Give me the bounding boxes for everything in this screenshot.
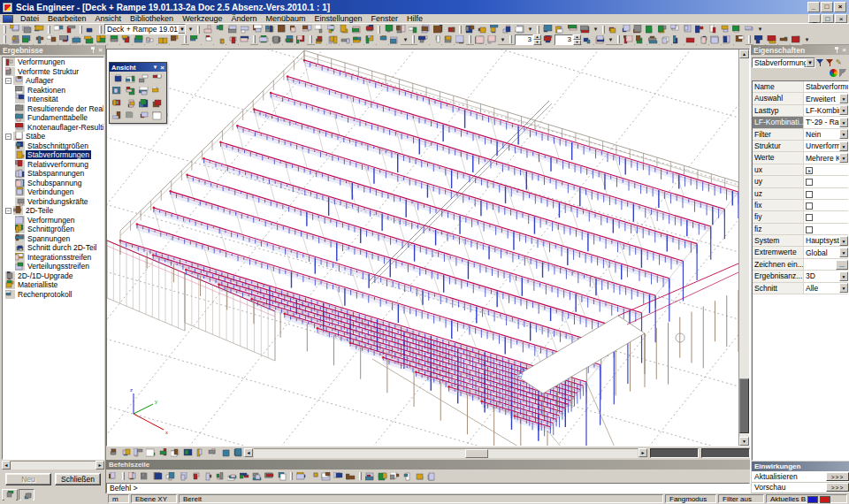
view-tool-icon[interactable] (150, 85, 164, 97)
toolbar-icon[interactable] (339, 24, 350, 34)
tree-item-icon[interactable] (5, 57, 15, 66)
tree-item[interactable]: Verformungen (3, 216, 103, 225)
chevron-down-icon[interactable]: ▼ (607, 34, 615, 45)
toolbar-icon[interactable] (108, 447, 119, 458)
chevron-down-icon[interactable]: ▼ (592, 24, 600, 34)
checkbox[interactable]: × (806, 167, 813, 174)
menu-bearbeiten[interactable]: Bearbeiten (43, 14, 91, 23)
view-tool-icon[interactable] (124, 73, 137, 85)
toolbar-grip[interactable] (122, 472, 125, 480)
tree-item-icon[interactable] (15, 262, 25, 271)
current-layer[interactable]: Aktuelles B (766, 494, 847, 503)
toolbar-grip[interactable] (537, 26, 539, 34)
tree-item-icon[interactable] (15, 169, 25, 178)
tree-item[interactable]: Verbindungskräfte (3, 197, 103, 207)
chevron-down-icon[interactable]: ▼ (806, 58, 815, 67)
filter-mode[interactable]: Filter aus (718, 494, 764, 503)
close-icon[interactable]: × (160, 64, 164, 72)
view-tool-icon[interactable] (150, 110, 164, 122)
tree-item-icon[interactable] (15, 187, 25, 196)
toolbar-icon[interactable] (623, 34, 634, 45)
toolbar-icon[interactable] (363, 24, 375, 34)
property-row[interactable]: LF-Kombinati...T'-29 - Rampe+D▼ (753, 117, 848, 128)
toolbar-icon[interactable] (157, 34, 169, 45)
project-combo[interactable]: Deck + Rampe 19.01▼ (104, 24, 186, 34)
toolbar-icon[interactable] (719, 24, 730, 34)
expand-button[interactable]: >>> (826, 483, 849, 492)
toolbar-grip[interactable] (359, 472, 362, 480)
toolbar-icon[interactable] (157, 447, 169, 458)
chevron-down-icon[interactable]: ▼ (839, 271, 848, 281)
toolbar-icon[interactable] (635, 34, 646, 45)
tree-item[interactable]: Relativverformung (3, 160, 103, 170)
toolbar-icon[interactable] (170, 34, 181, 45)
view-tool-icon[interactable] (137, 73, 150, 85)
checkbox[interactable] (806, 191, 813, 198)
toolbar-icon[interactable] (685, 34, 696, 45)
toolbar-icon[interactable] (645, 24, 656, 34)
toolbar-icon[interactable] (214, 471, 226, 482)
toolbar-icon[interactable] (474, 34, 486, 45)
edit-icon[interactable]: ✎ (836, 58, 842, 66)
toolbar-icon[interactable] (477, 24, 488, 34)
toolbar-icon[interactable] (377, 471, 388, 482)
toolbar-icon[interactable] (364, 34, 376, 45)
chevron-down-icon[interactable]: ▼ (839, 248, 848, 257)
tree-item-icon[interactable] (13, 206, 23, 215)
property-row[interactable]: LasttypLF-Kombinatione▼ (753, 105, 848, 117)
toolbar-icon[interactable] (71, 34, 82, 45)
toolbar-icon[interactable] (46, 34, 57, 45)
filter-clear-icon[interactable] (826, 58, 835, 67)
toolbar-icon[interactable] (58, 34, 70, 45)
toolbar-icon[interactable] (501, 24, 513, 34)
hscroll-thumb[interactable] (465, 449, 488, 458)
toolbar-grip[interactable] (509, 35, 512, 43)
toolbar-icon[interactable] (514, 24, 525, 34)
tree-item[interactable]: Spannungen (3, 234, 103, 244)
toolbar-icon[interactable] (555, 24, 566, 34)
toolbar-icon[interactable] (351, 24, 363, 34)
toolbar-icon[interactable] (264, 24, 276, 34)
mdi-minimize-button[interactable]: _ (808, 14, 821, 23)
toolbar-icon[interactable] (694, 24, 706, 34)
toolbar-icon[interactable] (219, 447, 231, 458)
chevron-down-icon[interactable]: ▼ (756, 24, 764, 34)
tree-item-icon[interactable] (15, 113, 25, 122)
tree-item[interactable]: Stabverformungen (3, 150, 103, 160)
snap-mode[interactable]: Fangmodus (665, 494, 716, 503)
toolbar-grip[interactable] (412, 35, 415, 43)
property-row[interactable]: NameStabverformungen (753, 81, 848, 93)
toolbar-icon[interactable] (295, 34, 307, 45)
tree-item-icon[interactable] (15, 234, 25, 243)
tree-item[interactable]: Verteilungsstreifen (3, 262, 103, 271)
tree-item-icon[interactable] (15, 225, 25, 233)
mdi-child-icon[interactable] (3, 15, 13, 23)
toolbar-icon[interactable] (108, 34, 119, 45)
toolbar-icon[interactable] (251, 471, 263, 482)
spin-down-icon[interactable]: ▼ (573, 40, 581, 45)
toolbar-grip[interactable] (48, 26, 50, 34)
close-icon[interactable]: × (98, 47, 103, 53)
number-spinner[interactable]: 3▲▼ (515, 34, 541, 45)
toolbar-icon[interactable] (791, 34, 802, 45)
toolbar-icon[interactable] (289, 24, 301, 34)
toolbar-icon[interactable] (189, 471, 201, 482)
property-row[interactable]: FilterNein▼ (753, 129, 848, 141)
property-row[interactable]: Zeichnen ein...... (753, 259, 848, 271)
toolbar-icon[interactable] (195, 447, 206, 458)
toolbar-icon[interactable] (302, 24, 313, 34)
toolbar-icon[interactable] (120, 34, 132, 45)
toolbar-icon[interactable] (430, 34, 441, 45)
view-tool-icon[interactable] (124, 110, 137, 122)
property-row[interactable]: ux× (753, 164, 848, 176)
view-tool-icon[interactable] (111, 97, 124, 110)
toolbar-icon[interactable] (239, 34, 250, 45)
toolbar-icon[interactable] (455, 34, 466, 45)
scroll-right-icon[interactable]: ► (639, 448, 647, 457)
toolbar-icon[interactable] (96, 34, 107, 45)
chevron-down-icon[interactable]: ▼ (839, 118, 848, 127)
toolbar-grip[interactable] (4, 35, 6, 43)
toolbar-icon[interactable] (133, 34, 144, 45)
toolbar-icon[interactable] (276, 471, 287, 482)
tree-item-icon[interactable] (15, 253, 25, 262)
